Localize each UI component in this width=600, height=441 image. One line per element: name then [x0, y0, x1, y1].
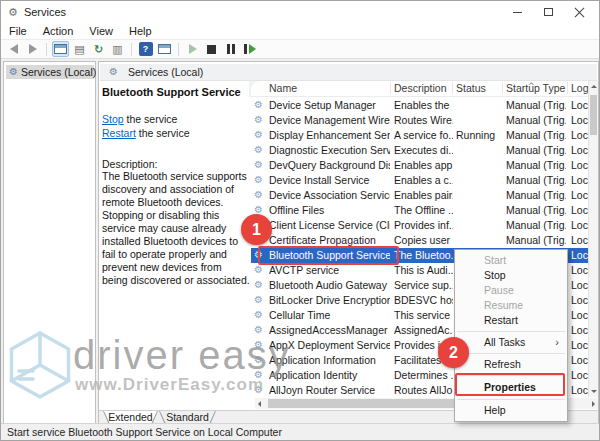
cell-startup-type: Manual (Trig...: [506, 144, 566, 157]
restart-service-button[interactable]: [241, 41, 258, 57]
start-service-button[interactable]: [184, 41, 201, 57]
table-row[interactable]: ⚙Device Install ServiceEnables a c...Man…: [251, 173, 588, 188]
column-header-status[interactable]: Status: [456, 82, 502, 94]
properties-sheet-icon: ▤: [74, 44, 84, 55]
menu-item-restart[interactable]: Restart: [455, 313, 567, 328]
cell-description: Determines ...: [394, 369, 453, 382]
table-row[interactable]: ⚙Client License Service (ClipS...Provide…: [251, 218, 588, 233]
scroll-up-icon[interactable]: [591, 85, 597, 88]
toolbar: ▤ ↻ ▥ ?: [1, 39, 599, 59]
column-header-description[interactable]: Description: [394, 82, 452, 94]
cell-status: [456, 234, 503, 247]
title-bar: ⚙ Services: [1, 1, 599, 23]
service-gear-icon: ⚙: [254, 173, 267, 186]
show-action-pane-button[interactable]: [156, 41, 173, 57]
table-row[interactable]: ⚙Device Management Wirele...Routes Wire.…: [251, 113, 588, 128]
window-controls: [502, 1, 595, 23]
menu-view[interactable]: View: [89, 25, 122, 37]
vertical-scroll-thumb[interactable]: [590, 95, 597, 135]
back-button[interactable]: [5, 41, 22, 57]
menu-item-all-tasks[interactable]: All Tasks›: [455, 335, 567, 350]
menu-bar: File Action View Help: [1, 23, 599, 39]
pause-service-button[interactable]: [222, 41, 239, 57]
stop-service-button[interactable]: [203, 41, 220, 57]
cell-description: The Bluetoo...: [394, 249, 453, 262]
table-row[interactable]: ⚙Display Enhancement ServiceA service fo…: [251, 128, 588, 143]
toolbar-separator: [46, 43, 47, 56]
scroll-down-icon[interactable]: [591, 390, 597, 393]
service-gear-icon: ⚙: [254, 98, 267, 111]
minimize-icon: [513, 12, 522, 13]
minimize-button[interactable]: [502, 1, 533, 23]
forward-button[interactable]: [24, 41, 41, 57]
cell-description: Enables the ...: [394, 99, 453, 112]
cell-log-on-as: Loca: [571, 144, 588, 157]
properties-sheet-button[interactable]: ▤: [71, 41, 88, 57]
cell-description: AssignedAc...: [394, 324, 453, 337]
cell-log-on-as: Loca: [571, 159, 588, 172]
restart-service-suffix: the service: [136, 127, 190, 139]
cell-description: Copies user ...: [394, 234, 453, 247]
menu-item-resume: Resume: [455, 298, 567, 313]
column-divider[interactable]: [502, 82, 503, 94]
cell-description: Routes AllJo...: [394, 384, 453, 397]
services-window: ⚙ Services File Action View Help ▤ ↻ ▥ ?: [0, 0, 600, 441]
menu-item-refresh[interactable]: Refresh: [455, 357, 567, 372]
watermark-brand: driver easy: [73, 333, 291, 378]
cell-status: [456, 159, 503, 172]
tree-item-services-local[interactable]: ⚙ Services (Local): [6, 65, 94, 79]
restart-service-link[interactable]: Restart: [102, 127, 136, 139]
vertical-scrollbar[interactable]: [588, 81, 598, 397]
column-header-name[interactable]: Name: [269, 82, 389, 94]
cell-name: Device Install Service: [269, 174, 390, 187]
highlight-box-service-row: [258, 246, 399, 265]
show-console-tree-button[interactable]: [52, 41, 69, 57]
cell-log-on-as: Loca: [571, 219, 588, 232]
menu-separator: [457, 353, 565, 354]
scroll-left-icon[interactable]: [258, 401, 261, 407]
action-pane-icon: [158, 44, 171, 54]
cell-log-on-as: Loca: [571, 384, 588, 397]
column-header-startup-type[interactable]: Startup Type: [506, 82, 568, 94]
table-row[interactable]: ⚙Device Association ServiceEnables pair.…: [251, 188, 588, 203]
scroll-right-icon[interactable]: [592, 401, 595, 407]
help-button[interactable]: ?: [137, 41, 154, 57]
table-row[interactable]: ⚙DevQuery Background Disc...Enables app.…: [251, 158, 588, 173]
close-button[interactable]: [564, 1, 595, 23]
cell-log-on-as: Loca: [571, 249, 588, 262]
cell-startup-type: Manual (Trig...: [506, 174, 566, 187]
menu-item-help[interactable]: Help: [455, 403, 567, 418]
cell-log-on-as: Loca: [571, 114, 588, 127]
refresh-button[interactable]: ↻: [90, 41, 107, 57]
export-list-button[interactable]: ▥: [109, 41, 126, 57]
menu-separator: [457, 399, 565, 400]
menu-item-label: Start: [484, 254, 506, 266]
menu-action[interactable]: Action: [43, 25, 83, 37]
service-gear-icon: ⚙: [254, 128, 267, 141]
stop-service-icon: [207, 45, 216, 54]
watermark-url: www.DriverEasy.com: [75, 375, 264, 395]
status-text: Start service Bluetooth Support Service …: [7, 426, 282, 438]
table-row[interactable]: ⚙Diagnostic Execution ServiceExecutes di…: [251, 143, 588, 158]
maximize-button[interactable]: [533, 1, 564, 23]
back-icon: [10, 44, 18, 54]
column-divider[interactable]: [567, 82, 568, 94]
column-header-log-on-as[interactable]: Log: [571, 82, 588, 94]
menu-file[interactable]: File: [9, 25, 36, 37]
column-divider[interactable]: [452, 82, 453, 94]
menu-item-stop[interactable]: Stop: [455, 268, 567, 283]
step-1-badge: 1: [241, 214, 272, 245]
column-divider[interactable]: [390, 82, 391, 94]
cell-status: [456, 189, 503, 202]
cell-log-on-as: Loca: [571, 129, 588, 142]
stop-service-link[interactable]: Stop: [102, 113, 124, 125]
cell-startup-type: Manual (Trig...: [506, 189, 566, 202]
cell-log-on-as: Loca: [571, 294, 588, 307]
snapin-gear-icon: ⚙: [109, 67, 118, 77]
export-list-icon: ▥: [112, 44, 122, 55]
cell-log-on-as: Loca: [571, 279, 588, 292]
table-row[interactable]: ⚙Device Setup ManagerEnables the ...Manu…: [251, 98, 588, 113]
menu-item-label: Refresh: [484, 358, 521, 370]
table-row[interactable]: ⚙Offline FilesThe Offline ...Manual (Tri…: [251, 203, 588, 218]
menu-help[interactable]: Help: [129, 25, 161, 37]
